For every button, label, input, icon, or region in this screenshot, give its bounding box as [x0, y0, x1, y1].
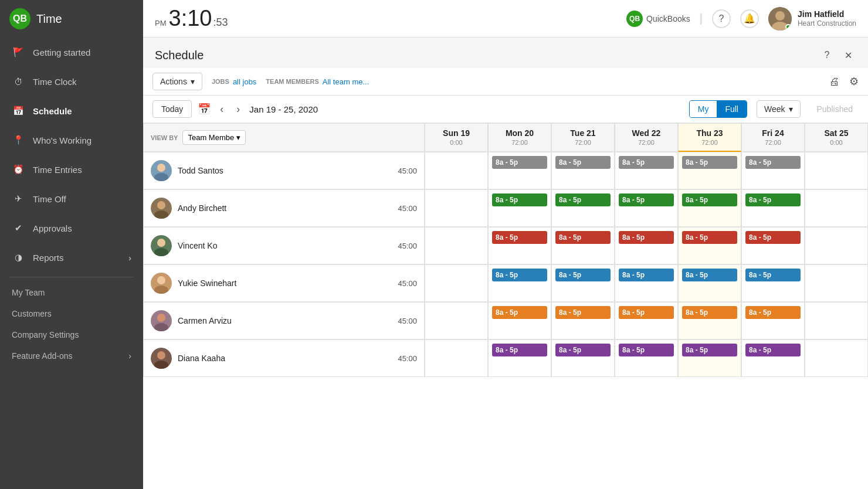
sidebar-item-company-settings[interactable]: Company Settings	[0, 324, 143, 345]
shift-block[interactable]: 8a - 5p	[682, 231, 737, 244]
schedule-cell[interactable]	[805, 189, 868, 227]
schedule-cell[interactable]	[805, 264, 868, 302]
shift-block[interactable]: 8a - 5p	[555, 231, 611, 244]
schedule-cell[interactable]: 8a - 5p	[551, 302, 615, 339]
actions-button[interactable]: Actions ▾	[152, 73, 202, 90]
schedule-cell[interactable]	[805, 339, 868, 377]
schedule-cell[interactable]: 8a - 5p	[615, 302, 678, 339]
my-view-button[interactable]: My	[690, 101, 717, 117]
schedule-cell[interactable]	[425, 264, 488, 302]
schedule-cell[interactable]: 8a - 5p	[615, 189, 678, 227]
shift-block[interactable]: 8a - 5p	[682, 269, 737, 281]
shift-block[interactable]: 8a - 5p	[555, 344, 611, 356]
jobs-value[interactable]: all jobs	[233, 77, 256, 86]
team-members-value[interactable]: All team me...	[323, 77, 369, 86]
shift-block[interactable]: 8a - 5p	[492, 231, 547, 244]
next-week-button[interactable]: ›	[233, 101, 243, 118]
shift-block[interactable]: 8a - 5p	[682, 344, 737, 356]
schedule-cell[interactable]: 8a - 5p	[615, 152, 678, 189]
schedule-cell[interactable]	[805, 227, 868, 264]
quickbooks-badge[interactable]: QB QuickBooks	[626, 11, 690, 27]
schedule-cell[interactable]: 8a - 5p	[741, 339, 805, 377]
shift-block[interactable]: 8a - 5p	[682, 193, 737, 206]
shift-block[interactable]: 8a - 5p	[492, 156, 547, 169]
shift-block[interactable]: 8a - 5p	[745, 344, 801, 356]
shift-block[interactable]: 8a - 5p	[619, 231, 674, 244]
print-button[interactable]: 🖨	[829, 76, 840, 88]
schedule-cell[interactable]	[425, 227, 488, 264]
schedule-cell[interactable]: 8a - 5p	[741, 189, 805, 227]
shift-block[interactable]: 8a - 5p	[619, 306, 674, 319]
sidebar-item-getting-started[interactable]: 🚩 Getting started	[0, 38, 143, 67]
shift-block[interactable]: 8a - 5p	[745, 193, 801, 206]
schedule-cell[interactable]	[805, 302, 868, 339]
full-view-button[interactable]: Full	[717, 101, 747, 117]
shift-block[interactable]: 8a - 5p	[745, 231, 801, 244]
schedule-cell[interactable]: 8a - 5p	[615, 339, 678, 377]
shift-block[interactable]: 8a - 5p	[682, 156, 737, 169]
schedule-cell[interactable]: 8a - 5p	[678, 152, 741, 189]
schedule-cell[interactable]: 8a - 5p	[678, 264, 741, 302]
sidebar-item-schedule[interactable]: 📅 Schedule	[0, 96, 143, 125]
schedule-cell[interactable]: 8a - 5p	[488, 302, 551, 339]
shift-block[interactable]: 8a - 5p	[555, 306, 611, 319]
schedule-cell[interactable]: 8a - 5p	[551, 152, 615, 189]
sidebar-item-time-off[interactable]: ✈ Time Off	[0, 184, 143, 213]
shift-block[interactable]: 8a - 5p	[555, 269, 611, 281]
schedule-cell[interactable]: 8a - 5p	[488, 264, 551, 302]
schedule-cell[interactable]: 8a - 5p	[615, 264, 678, 302]
schedule-cell[interactable]: 8a - 5p	[615, 227, 678, 264]
help-button[interactable]: ?	[712, 9, 731, 28]
sidebar-item-approvals[interactable]: ✔ Approvals	[0, 213, 143, 243]
schedule-cell[interactable]	[425, 152, 488, 189]
schedule-cell[interactable]: 8a - 5p	[488, 339, 551, 377]
shift-block[interactable]: 8a - 5p	[619, 269, 674, 281]
shift-block[interactable]: 8a - 5p	[619, 193, 674, 206]
shift-block[interactable]: 8a - 5p	[682, 306, 737, 319]
schedule-cell[interactable]: 8a - 5p	[551, 189, 615, 227]
schedule-cell[interactable]	[425, 302, 488, 339]
settings-button[interactable]: ⚙	[849, 75, 859, 88]
schedule-cell[interactable]: 8a - 5p	[488, 227, 551, 264]
prev-week-button[interactable]: ‹	[216, 101, 227, 118]
schedule-cell[interactable]: 8a - 5p	[678, 227, 741, 264]
schedule-cell[interactable]: 8a - 5p	[678, 339, 741, 377]
view-by-select[interactable]: Team Membe ▾	[182, 130, 246, 145]
sidebar-item-time-clock[interactable]: ⏱ Time Clock	[0, 67, 143, 96]
shift-block[interactable]: 8a - 5p	[745, 306, 801, 319]
close-icon[interactable]: ✕	[840, 47, 856, 63]
week-select[interactable]: Week ▾	[757, 100, 801, 118]
sidebar-item-feature-add-ons[interactable]: Feature Add-ons ›	[0, 345, 143, 366]
schedule-cell[interactable]: 8a - 5p	[551, 264, 615, 302]
shift-block[interactable]: 8a - 5p	[619, 344, 674, 356]
shift-block[interactable]: 8a - 5p	[492, 269, 547, 281]
sidebar-item-customers[interactable]: Customers	[0, 303, 143, 324]
sidebar-item-whos-working[interactable]: 📍 Who's Working	[0, 125, 143, 155]
shift-block[interactable]: 8a - 5p	[492, 344, 547, 356]
help-icon[interactable]: ?	[819, 47, 835, 63]
shift-block[interactable]: 8a - 5p	[492, 193, 547, 206]
schedule-cell[interactable]: 8a - 5p	[678, 302, 741, 339]
schedule-cell[interactable]	[425, 339, 488, 377]
sidebar-item-reports[interactable]: ◑ Reports ›	[0, 243, 143, 272]
schedule-cell[interactable]: 8a - 5p	[741, 152, 805, 189]
shift-block[interactable]: 8a - 5p	[555, 156, 611, 169]
shift-block[interactable]: 8a - 5p	[492, 306, 547, 319]
today-button[interactable]: Today	[152, 100, 192, 118]
published-button[interactable]: Published	[811, 101, 859, 117]
schedule-cell[interactable]	[805, 152, 868, 189]
schedule-cell[interactable]	[425, 189, 488, 227]
shift-block[interactable]: 8a - 5p	[745, 156, 801, 169]
notifications-button[interactable]: 🔔	[740, 9, 759, 28]
schedule-cell[interactable]: 8a - 5p	[741, 227, 805, 264]
sidebar-item-my-team[interactable]: My Team	[0, 282, 143, 303]
shift-block[interactable]: 8a - 5p	[619, 156, 674, 169]
schedule-cell[interactable]: 8a - 5p	[741, 264, 805, 302]
schedule-cell[interactable]: 8a - 5p	[551, 339, 615, 377]
schedule-cell[interactable]: 8a - 5p	[551, 227, 615, 264]
shift-block[interactable]: 8a - 5p	[745, 269, 801, 281]
shift-block[interactable]: 8a - 5p	[555, 193, 611, 206]
sidebar-item-time-entries[interactable]: ⏰ Time Entries	[0, 155, 143, 184]
schedule-cell[interactable]: 8a - 5p	[488, 189, 551, 227]
schedule-cell[interactable]: 8a - 5p	[741, 302, 805, 339]
